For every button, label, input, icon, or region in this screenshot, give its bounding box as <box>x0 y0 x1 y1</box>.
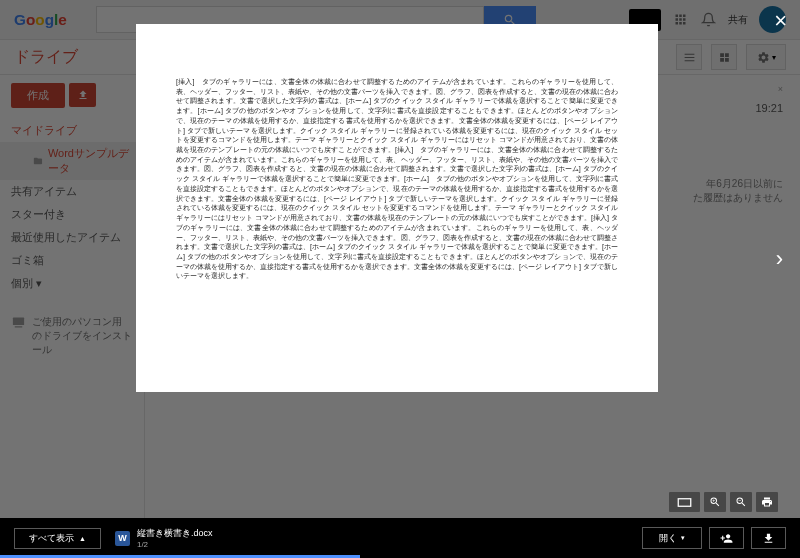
document-content: [挿入] タブのギャラリーには、文書全体の体裁に合わせて調整するためのアイテムが… <box>176 77 618 281</box>
all-button[interactable]: すべて表示 ▲ <box>14 528 101 549</box>
word-icon: W <box>115 531 130 546</box>
bottombar: すべて表示 ▲ W 縦書き横書き.docx 1/2 開く ▾ <box>0 518 800 558</box>
fit-icon <box>677 497 692 508</box>
file-info: W 縦書き横書き.docx 1/2 <box>115 527 213 549</box>
zoom-out-button[interactable] <box>730 492 752 512</box>
add-person-icon <box>720 532 733 545</box>
share-button[interactable] <box>709 527 744 549</box>
download-button[interactable] <box>751 527 786 549</box>
zoom-in-icon <box>709 496 721 508</box>
bottom-actions: 開く ▾ <box>642 527 786 549</box>
zoom-out-icon <box>735 496 747 508</box>
close-button[interactable]: × <box>774 8 787 34</box>
open-button[interactable]: 開く ▾ <box>642 527 702 549</box>
filename: 縦書き横書き.docx <box>137 527 213 540</box>
download-icon <box>762 532 775 545</box>
print-icon <box>761 496 773 508</box>
svg-rect-3 <box>678 498 691 506</box>
fit-button[interactable] <box>669 492 700 512</box>
next-arrow[interactable]: › <box>776 246 783 272</box>
page-indicator: 1/2 <box>137 540 213 549</box>
zoom-in-button[interactable] <box>704 492 726 512</box>
viewer-toolbar <box>669 492 778 512</box>
print-button[interactable] <box>756 492 778 512</box>
document-viewer: [挿入] タブのギャラリーには、文書全体の体裁に合わせて調整するためのアイテムが… <box>136 24 658 392</box>
